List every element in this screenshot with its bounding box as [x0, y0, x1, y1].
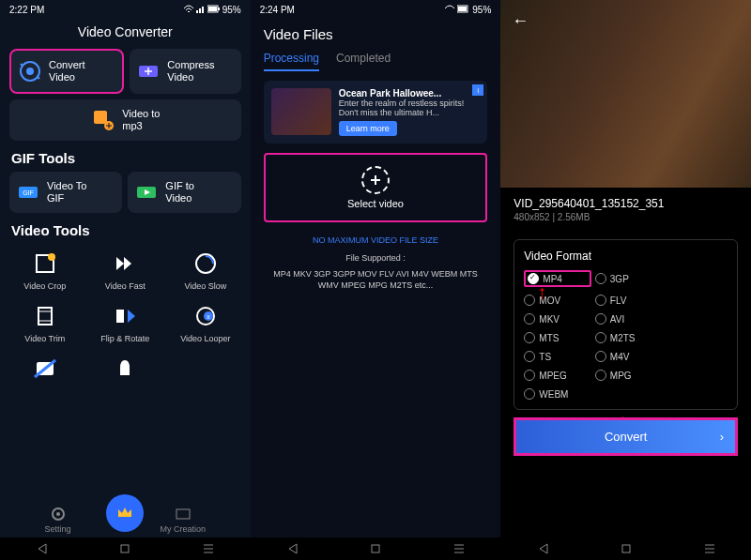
back-btn[interactable]	[536, 542, 549, 555]
radio-icon	[595, 370, 606, 381]
status-bar: 2:24 PM 95%	[251, 0, 501, 19]
format-flv[interactable]: FLV	[595, 295, 662, 306]
format-label: WEBM	[539, 389, 568, 400]
togif-label: Video ToGIF	[47, 180, 86, 204]
select-video-button[interactable]: Select video	[264, 153, 488, 222]
format-webm[interactable]: WEBM	[524, 388, 590, 400]
fab-crown[interactable]	[106, 494, 144, 532]
vt-extra2[interactable]	[85, 349, 166, 388]
radio-icon	[524, 332, 535, 343]
home-btn[interactable]	[118, 542, 131, 555]
video-preview[interactable]: ←	[500, 0, 751, 188]
format-mkv[interactable]: MKV	[524, 313, 590, 325]
format-label: M4V	[610, 352, 630, 362]
vt-extra1[interactable]	[5, 349, 85, 388]
radio-icon	[595, 313, 606, 325]
svg-rect-5	[218, 8, 220, 10]
back-btn[interactable]	[35, 542, 48, 555]
svg-rect-23	[116, 310, 124, 323]
ad-title: Ocean Park Hallowee...	[339, 88, 481, 98]
format-mts[interactable]: MTS	[524, 332, 590, 343]
recent-btn[interactable]	[202, 542, 215, 555]
format-label: MKV	[539, 314, 559, 325]
battery-pct: 95%	[222, 5, 241, 15]
vt-looper[interactable]: IIVideo Looper	[165, 296, 246, 349]
svg-rect-0	[196, 10, 198, 13]
tab-completed[interactable]: Completed	[336, 46, 391, 70]
vt-slow[interactable]: Video Slow	[165, 244, 246, 296]
home-btn[interactable]	[620, 542, 633, 555]
video-to-gif-card[interactable]: GIF Video ToGIF	[9, 172, 122, 213]
convert-icon	[17, 58, 43, 84]
file-supported-list: MP4 MKV 3GP 3GPP MOV FLV AVI M4V WEBM MT…	[251, 266, 501, 294]
format-m2ts[interactable]: M2TS	[595, 332, 662, 343]
nav-creation[interactable]: My Creation	[161, 506, 207, 534]
ad-desc: Enter the realm of restless spirits! Don…	[339, 98, 481, 117]
svg-text:GIF: GIF	[23, 189, 34, 196]
format-mov[interactable]: MOV	[524, 295, 590, 306]
gif-to-video-card[interactable]: GIF toVideo	[128, 172, 240, 213]
svg-rect-34	[121, 545, 129, 552]
vt-trim[interactable]: Video Trim	[5, 296, 85, 349]
format-label: MPEG	[539, 371, 566, 381]
compress-label: CompressVideo	[167, 59, 214, 83]
format-m4v[interactable]: M4V	[595, 351, 662, 362]
nav-setting[interactable]: Setting	[45, 506, 71, 534]
radio-icon	[524, 295, 535, 306]
phone-screen-3: ← VID_295640401_135152_351 480x852 | 2.5…	[500, 0, 751, 560]
format-mp4[interactable]: MP4	[524, 270, 590, 287]
back-btn[interactable]	[285, 542, 299, 555]
main-tools: ConvertVideo CompressVideo Video tomp3	[0, 49, 251, 141]
svg-marker-47	[540, 544, 547, 553]
svg-marker-33	[38, 544, 46, 553]
status-time: 2:24 PM	[260, 5, 295, 15]
radio-icon	[524, 351, 535, 362]
status-time: 2:22 PM	[9, 5, 44, 15]
format-3gp[interactable]: 3GP	[595, 270, 662, 287]
compress-video-card[interactable]: CompressVideo	[130, 49, 240, 94]
svg-marker-42	[289, 544, 297, 553]
svg-rect-43	[372, 545, 379, 552]
back-arrow-icon[interactable]: ←	[512, 11, 529, 31]
svg-rect-32	[176, 509, 190, 519]
video-to-mp3-card[interactable]: Video tomp3	[9, 99, 241, 141]
vt-flip[interactable]: Flip & Rotate	[85, 296, 166, 349]
recent-btn[interactable]	[452, 542, 466, 555]
wifi-icon	[444, 5, 455, 14]
status-right: 95%	[183, 5, 241, 15]
svg-point-31	[56, 512, 60, 516]
video-format-box: Video Format MP43GPMOVFLVMKVAVIMTSM2TSTS…	[513, 239, 738, 410]
radio-icon	[595, 351, 606, 362]
wifi-icon	[183, 5, 194, 14]
android-nav	[251, 537, 501, 560]
phone-screen-2: 2:24 PM 95% Video Files Processing Compl…	[251, 0, 501, 560]
format-label: MPG	[610, 371, 632, 381]
mp3-icon	[90, 107, 116, 133]
learn-more-button[interactable]: Learn more	[339, 121, 397, 136]
file-supported-label: File Supported :	[251, 250, 501, 266]
gear-icon	[50, 506, 67, 522]
convert-video-card[interactable]: ConvertVideo	[9, 49, 124, 94]
format-mpeg[interactable]: MPEG	[524, 370, 590, 381]
svg-marker-24	[128, 310, 135, 323]
vt-fast[interactable]: Video Fast	[85, 244, 166, 296]
svg-rect-48	[622, 545, 630, 552]
convert-button[interactable]: Convert ›	[513, 417, 738, 456]
tabs: Processing Completed	[251, 46, 501, 71]
format-mpg[interactable]: MPG	[595, 370, 662, 381]
film-icon	[175, 506, 192, 522]
format-ts[interactable]: TS	[524, 351, 590, 362]
tab-processing[interactable]: Processing	[264, 46, 319, 70]
home-btn[interactable]	[369, 542, 382, 555]
format-title: Video Format	[524, 250, 728, 263]
radio-icon	[595, 273, 606, 284]
svg-rect-9	[94, 111, 107, 124]
recent-btn[interactable]	[703, 542, 716, 555]
ad-card[interactable]: Ocean Park Hallowee... Enter the realm o…	[264, 81, 488, 144]
vt-crop[interactable]: Video Crop	[5, 244, 85, 296]
ad-badge-icon[interactable]: i	[472, 84, 483, 96]
radio-icon	[595, 332, 606, 343]
radio-icon	[524, 370, 535, 381]
svg-rect-4	[208, 7, 217, 11]
format-avi[interactable]: AVI	[595, 313, 662, 325]
